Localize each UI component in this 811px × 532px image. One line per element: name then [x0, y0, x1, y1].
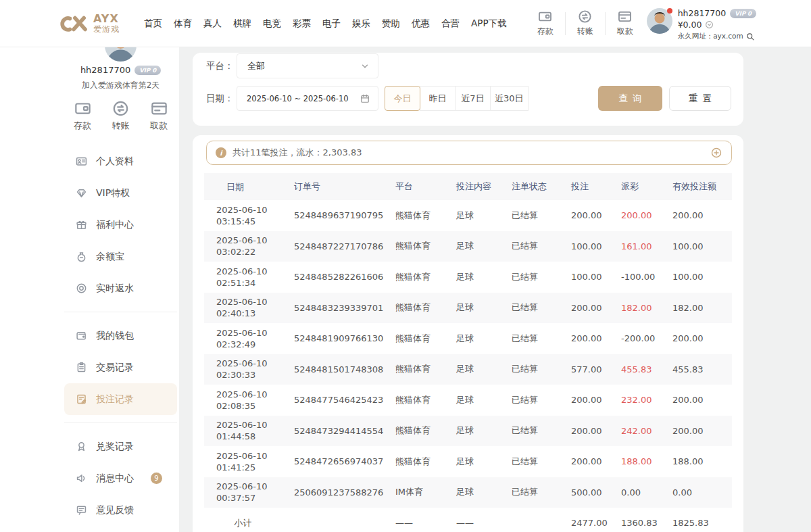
message-count-badge: 9 — [151, 473, 162, 484]
header-quick-actions: 存款 转账 取款 — [532, 9, 639, 37]
range-today-button[interactable]: 今日 — [385, 86, 420, 111]
sidebar-item-welfare[interactable]: 福利中心 — [64, 209, 177, 241]
refresh-balance-icon[interactable] — [705, 20, 714, 29]
range-yesterday-button[interactable]: 昨日 — [420, 86, 456, 111]
main-content: 平台： 全部 日期： 2025-06-10 ~ 2025-06-10 今日 昨日… — [179, 47, 811, 532]
sidebar-item-vip[interactable]: VIP特权 — [64, 177, 177, 209]
bet-table: 日期 订单号 平台 投注内容 注单状态 投注 派彩 有效投注额 2025-06-… — [204, 173, 732, 532]
sidebar-item-messages[interactable]: 消息中心 9 — [64, 462, 177, 494]
sidebar-item-transactions[interactable]: 交易记录 — [64, 352, 177, 383]
table-header: 日期 订单号 平台 投注内容 注单状态 投注 派彩 有效投注额 — [204, 173, 732, 200]
summary-text: 共计11笔投注，流水：2,303.83 — [232, 147, 711, 159]
sidebar-item-rebate[interactable]: 实时返水 — [64, 272, 177, 304]
table-row: 2025-06-1001:41:25 5248472656974037 熊猫体育… — [204, 446, 732, 477]
calendar-icon — [360, 94, 370, 103]
sidebar-transfer-button[interactable]: 转账 — [107, 100, 134, 132]
sidebar-item-yuebao[interactable]: 余额宝 — [64, 241, 177, 272]
table-card: i 共计11笔投注，流水：2,303.83 日期 订单号 平台 投注内容 注单状… — [193, 135, 743, 532]
brand-name-cn: 爱游戏 — [93, 25, 120, 34]
sidebar-menu: 个人资料 VIP特权 福利中心 余额宝 实时返水 我的钱包 — [64, 145, 177, 526]
table-row: 2025-06-1002:32:49 5248481909766130 熊猫体育… — [204, 323, 732, 354]
nav-item[interactable]: 首页 — [144, 18, 162, 30]
site-url: 永久网址：ayx.com — [678, 32, 743, 41]
withdraw-icon — [151, 100, 168, 117]
summary-bar: i 共计11笔投注，流水：2,303.83 — [206, 141, 732, 165]
deposit-icon — [74, 100, 91, 117]
nav-item[interactable]: 合营 — [441, 18, 460, 30]
transfer-button[interactable]: 转账 — [572, 9, 599, 37]
search-button[interactable]: 查询 — [598, 86, 662, 111]
deposit-button[interactable]: 存款 — [532, 9, 559, 37]
username: hh2817700 — [678, 8, 727, 18]
table-row: 2025-06-1002:08:35 5248477546425423 熊猫体育… — [204, 385, 732, 416]
chevron-down-icon — [360, 62, 370, 71]
joined-days: 加入爱游戏体育第2天 — [64, 80, 177, 91]
date-range-input[interactable]: 2025-06-10 ~ 2025-06-10 — [237, 86, 378, 111]
divider — [64, 422, 177, 423]
sidebar-withdraw-button[interactable]: 取款 — [145, 100, 172, 132]
brand-mark-icon — [59, 13, 89, 34]
table-row: 2025-06-1001:44:58 5248473294414554 熊猫体育… — [204, 416, 732, 447]
nav-item[interactable]: 棋牌 — [233, 18, 251, 30]
divider — [64, 312, 177, 312]
transfer-icon — [578, 9, 592, 24]
sidebar-item-profile[interactable]: 个人资料 — [64, 145, 177, 177]
range-7days-button[interactable]: 近7日 — [455, 86, 491, 111]
nav-item[interactable]: 赞助 — [382, 18, 400, 30]
user-box: hh2817700 VIP 0 ¥0.00 永久网址：ayx.com — [647, 8, 756, 41]
nav-item[interactable]: 彩票 — [293, 18, 311, 30]
sidebar-username: hh2817700 — [80, 65, 130, 75]
brand-logo[interactable]: AYX 爱游戏 — [59, 13, 120, 34]
notification-dot — [667, 8, 672, 14]
range-30days-button[interactable]: 近30日 — [490, 86, 529, 111]
table-row: 2025-06-1002:51:34 5248485282261606 熊猫体育… — [204, 262, 732, 293]
balance: ¥0.00 — [678, 20, 702, 30]
nav-item[interactable]: 娱乐 — [352, 18, 370, 30]
megaphone-icon — [76, 473, 87, 484]
vip-badge: VIP 0 — [730, 9, 756, 18]
bet-record-icon — [76, 393, 87, 405]
nav-item[interactable]: APP下载 — [471, 18, 507, 30]
table-row: 2025-06-1002:40:13 5248483239339701 熊猫体育… — [204, 293, 732, 324]
gift-icon — [76, 219, 87, 231]
table-row: 2025-06-1003:15:45 5248489637190795 熊猫体育… — [204, 200, 732, 231]
sidebar-vip-badge: VIP 0 — [134, 66, 161, 75]
transfer-icon — [112, 100, 129, 117]
brand-name-en: AYX — [93, 13, 120, 25]
sidebar-item-bet-records[interactable]: 投注记录 — [64, 383, 177, 415]
vip-diamond-icon — [76, 187, 87, 199]
page: AYX 爱游戏 首页体育真人棋牌电竞彩票电子娱乐赞助优惠合营APP下载 存款 转… — [0, 0, 811, 532]
rebate-icon — [76, 283, 87, 294]
nav-item[interactable]: 真人 — [203, 18, 222, 30]
search-icon[interactable] — [746, 32, 755, 41]
deposit-icon — [538, 9, 552, 24]
wallet-icon — [76, 330, 87, 341]
withdraw-button[interactable]: 取款 — [612, 9, 639, 37]
sidebar-item-prize-records[interactable]: 兑奖记录 — [64, 431, 177, 462]
withdraw-icon — [618, 9, 632, 24]
prize-icon — [76, 441, 87, 452]
platform-label: 平台： — [206, 60, 237, 72]
nav-item[interactable]: 优惠 — [412, 18, 430, 30]
platform-select[interactable]: 全部 — [237, 53, 378, 78]
subtotal-row: 小计 —— —— 2477.00 1360.83 1825.83 — [204, 508, 732, 532]
nav-item[interactable]: 电竞 — [263, 18, 281, 30]
sidebar-deposit-button[interactable]: 存款 — [69, 100, 96, 132]
info-icon: i — [216, 147, 226, 158]
table-row: 2025-06-1002:30:33 5248481501748308 熊猫体育… — [204, 354, 732, 385]
reset-button[interactable]: 重置 — [669, 86, 731, 111]
nav-item[interactable]: 电子 — [322, 18, 341, 30]
sidebar-item-feedback[interactable]: 意见反馈 — [64, 494, 177, 526]
id-card-icon — [76, 155, 87, 167]
expand-icon[interactable] — [711, 147, 722, 158]
table-row: 2025-06-1000:37:57 2506091237588276 IM体育… — [204, 477, 732, 508]
sidebar-item-wallet[interactable]: 我的钱包 — [64, 320, 177, 352]
date-range-buttons: 今日 昨日 近7日 近30日 — [385, 86, 529, 111]
money-bag-icon — [76, 251, 87, 262]
nav-item[interactable]: 体育 — [174, 18, 192, 30]
top-header: AYX 爱游戏 首页体育真人棋牌电竞彩票电子娱乐赞助优惠合营APP下载 存款 转… — [0, 0, 811, 47]
sidebar-quick-actions: 存款 转账 取款 — [64, 100, 177, 132]
user-avatar[interactable] — [647, 8, 672, 34]
feedback-icon — [76, 504, 87, 516]
date-label: 日期： — [206, 93, 237, 105]
